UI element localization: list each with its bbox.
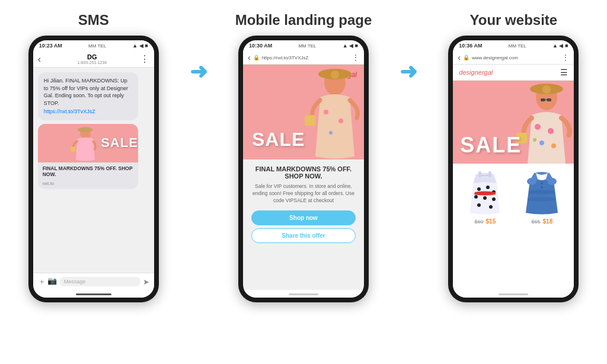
website-content: SALE — [453, 81, 574, 290]
svg-point-23 — [533, 138, 536, 142]
svg-point-22 — [551, 143, 556, 148]
sms-input-icons: ＋ 📷 — [38, 276, 57, 287]
sms-card-subtitle: nxt.to — [38, 181, 138, 189]
sms-more-icon[interactable]: ⋮ — [140, 53, 149, 65]
sms-plus-icon[interactable]: ＋ — [38, 276, 46, 287]
landing-phone: 10:30 AM MM TEL ▲ ◀ ■ ‹ 🔒 https://nxt.to… — [238, 36, 369, 302]
landing-more-icon[interactable]: ⋮ — [352, 53, 359, 62]
website-more-icon[interactable]: ⋮ — [562, 53, 569, 62]
landing-carrier: MM TEL — [298, 43, 316, 49]
sms-column: SMS 10:23 AM MM TEL ▲ ◀ ■ ‹ DG 1-800-251… — [6, 12, 181, 302]
website-sale-label: SALE — [460, 133, 522, 158]
landing-status-bar: 10:30 AM MM TEL ▲ ◀ ■ — [243, 40, 364, 51]
website-home-indicator — [499, 293, 528, 295]
shop-now-button[interactable]: Shop now — [251, 210, 356, 225]
sms-nav-bar: ‹ DG 1-800-251-1234 ⋮ — [33, 51, 154, 68]
landing-bottom-bar — [243, 290, 364, 298]
blue-dress-old-price: $65 — [532, 219, 541, 225]
svg-point-29 — [483, 196, 487, 200]
svg-point-28 — [474, 195, 478, 199]
svg-rect-33 — [478, 171, 481, 177]
svg-point-10 — [329, 131, 333, 135]
sms-sale-image: SALE — [38, 124, 138, 162]
svg-point-19 — [535, 124, 541, 130]
sms-nav-subtitle: 1-800-251-1234 — [44, 60, 140, 65]
sms-input-bar: ＋ 📷 Message ➤ — [33, 273, 154, 290]
svg-rect-11 — [305, 115, 315, 126]
svg-point-38 — [541, 186, 543, 189]
sms-link[interactable]: https://nxt.to/3TvXJsZ — [44, 108, 132, 116]
sms-person-illustration — [38, 124, 101, 162]
website-phone: 10:36 AM MM TEL ▲ ◀ ■ ‹ 🔒 www.designerga… — [448, 36, 579, 302]
svg-point-37 — [541, 182, 543, 184]
sms-content: Hi Jilian. FINAL MARKDOWNS: Up to 75% of… — [33, 68, 154, 273]
svg-rect-34 — [488, 171, 491, 177]
website-time: 10:36 AM — [459, 43, 482, 49]
sms-time: 10:23 AM — [39, 43, 62, 49]
polka-dress-image — [464, 168, 506, 216]
svg-rect-16 — [541, 98, 545, 101]
landing-url-text[interactable]: https://nxt.to/3TVXJsZ — [262, 55, 350, 60]
website-lock-icon: 🔒 — [463, 55, 469, 60]
landing-sale-label: SALE — [252, 129, 305, 151]
landing-hero: designergal — [243, 65, 364, 159]
website-status-bar: 10:36 AM MM TEL ▲ ◀ ■ — [453, 40, 574, 51]
svg-point-31 — [477, 203, 481, 207]
sms-image-card: SALE FINAL MARKDOWNS 75% OFF. SHOP NOW. … — [38, 124, 138, 189]
svg-point-36 — [547, 178, 557, 185]
svg-point-8 — [324, 110, 328, 114]
sms-status-bar: 10:23 AM MM TEL ▲ ◀ ■ — [33, 40, 154, 51]
sms-home-indicator — [76, 293, 111, 295]
arrow-2-container: ➜ — [391, 59, 426, 84]
product-item-blue: $65 $18 — [516, 168, 568, 285]
svg-rect-3 — [71, 146, 76, 152]
sms-bubble: Hi Jilian. FINAL MARKDOWNS: Up to 75% of… — [38, 72, 138, 120]
hamburger-menu-icon[interactable]: ☰ — [560, 68, 568, 77]
sms-card-title: FINAL MARKDOWNS 75% OFF. SHOP NOW. — [38, 162, 138, 181]
website-carrier: MM TEL — [509, 43, 526, 49]
blue-dress-new-price: $18 — [543, 218, 553, 225]
landing-body: FINAL MARKDOWNS 75% OFF. SHOP NOW. Sale … — [243, 159, 364, 290]
svg-point-35 — [527, 178, 536, 185]
blue-dress-image — [521, 168, 563, 216]
landing-home-indicator — [289, 293, 318, 295]
sms-back-icon[interactable]: ‹ — [38, 54, 41, 65]
polka-dress-new-price: $15 — [486, 218, 496, 225]
sms-title: SMS — [78, 12, 109, 28]
main-container: SMS 10:23 AM MM TEL ▲ ◀ ■ ‹ DG 1-800-251… — [6, 12, 601, 302]
blue-dress-price-row: $65 $18 — [532, 218, 553, 225]
landing-title: Mobile landing page — [235, 12, 372, 28]
svg-point-21 — [539, 141, 544, 145]
arrow-1: ➜ — [190, 59, 207, 84]
sms-message-input[interactable]: Message — [59, 277, 140, 286]
svg-rect-17 — [547, 98, 551, 101]
website-nav: designergal ☰ — [453, 65, 574, 81]
website-url-text[interactable]: www.designergal.com — [472, 55, 560, 60]
landing-lock-icon: 🔒 — [253, 55, 260, 60]
polka-dress-price-row: $60 $15 — [475, 218, 496, 225]
share-offer-button[interactable]: Share this offer — [251, 228, 356, 243]
svg-point-7 — [331, 71, 339, 79]
svg-point-9 — [338, 119, 343, 123]
svg-point-20 — [548, 128, 554, 134]
svg-point-15 — [542, 85, 551, 94]
product-item-polka: $60 $15 — [459, 168, 511, 285]
sms-signal-icons: ▲ ◀ ■ — [132, 43, 148, 49]
landing-headline: FINAL MARKDOWNS 75% OFF. SHOP NOW. — [251, 165, 356, 180]
landing-description: Sale for VIP customers. In store and onl… — [251, 183, 356, 205]
sms-camera-icon[interactable]: 📷 — [47, 276, 57, 287]
website-brand: designergal — [459, 69, 493, 76]
landing-column: Mobile landing page 10:30 AM MM TEL ▲ ◀ … — [216, 12, 391, 302]
polka-dress-old-price: $60 — [475, 219, 484, 225]
sms-send-icon[interactable]: ➤ — [143, 277, 149, 286]
sms-carrier: MM TEL — [88, 43, 106, 49]
landing-back-icon[interactable]: ‹ — [248, 53, 251, 62]
arrow-2: ➜ — [400, 59, 417, 84]
svg-point-32 — [489, 205, 493, 209]
website-bottom-bar — [453, 290, 574, 298]
website-title: Your website — [470, 12, 558, 28]
website-hero: SALE — [453, 81, 574, 164]
sms-bottom-bar — [33, 290, 154, 298]
website-url-bar: ‹ 🔒 www.designergal.com ⋮ — [453, 51, 574, 65]
website-back-icon[interactable]: ‹ — [458, 53, 461, 62]
